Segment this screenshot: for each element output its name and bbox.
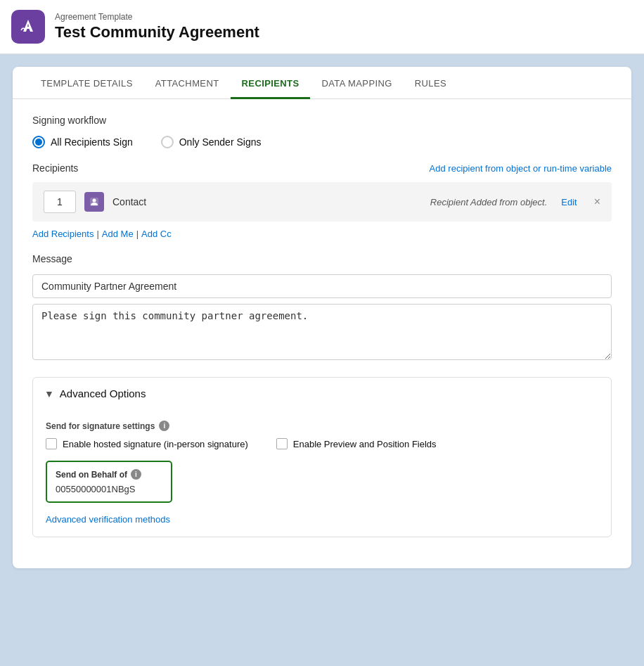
recipient-row: 1 Contact Recipient Added from object. E… bbox=[32, 182, 612, 222]
contact-svg-icon bbox=[89, 196, 100, 207]
hosted-signature-label: Enable hosted signature (in-person signa… bbox=[63, 439, 248, 449]
recipient-type: Contact bbox=[112, 196, 422, 207]
recipient-edit-link[interactable]: Edit bbox=[561, 197, 577, 207]
main-card: TEMPLATE DETAILS ATTACHMENT RECIPIENTS D… bbox=[13, 67, 631, 568]
recipients-section: Recipients Add recipient from object or … bbox=[32, 162, 612, 239]
advanced-verification-link[interactable]: Advanced verification methods bbox=[46, 514, 170, 525]
advanced-options-toggle[interactable]: ▼ Advanced Options bbox=[33, 378, 611, 409]
app-header: Agreement Template Test Community Agreem… bbox=[0, 0, 644, 54]
add-recipients-link[interactable]: Add Recipients bbox=[32, 229, 94, 239]
header-title: Test Community Agreement bbox=[55, 23, 259, 41]
tab-attachment[interactable]: ATTACHMENT bbox=[144, 67, 231, 99]
tab-rules[interactable]: RULES bbox=[404, 67, 458, 99]
add-cc-link[interactable]: Add Cc bbox=[141, 229, 172, 239]
preview-fields-label: Enable Preview and Position Fields bbox=[293, 439, 437, 449]
sep-1: | bbox=[96, 229, 98, 239]
header-subtitle: Agreement Template bbox=[55, 12, 259, 22]
recipient-links-row: Add Recipients | Add Me | Add Cc bbox=[32, 229, 612, 239]
signing-workflow-label: Signing workflow bbox=[32, 115, 612, 126]
header-text: Agreement Template Test Community Agreem… bbox=[55, 12, 259, 41]
only-sender-radio[interactable] bbox=[161, 136, 174, 148]
tab-recipients[interactable]: RECIPIENTS bbox=[231, 67, 311, 99]
hosted-signature-checkbox[interactable] bbox=[46, 438, 57, 449]
recipient-number: 1 bbox=[44, 191, 76, 213]
settings-info-icon: i bbox=[159, 421, 169, 431]
behalf-value: 00550000001NBgS bbox=[56, 484, 162, 494]
preview-fields-option[interactable]: Enable Preview and Position Fields bbox=[276, 438, 437, 449]
add-recipient-link[interactable]: Add recipient from object or run-time va… bbox=[430, 163, 612, 174]
recipient-added-text: Recipient Added from object. bbox=[430, 197, 547, 207]
message-section: Message Please sign this community partn… bbox=[32, 253, 612, 363]
message-body-textarea[interactable]: Please sign this community partner agree… bbox=[32, 304, 612, 360]
message-subject-input[interactable] bbox=[32, 274, 612, 298]
behalf-info-icon: i bbox=[131, 469, 141, 480]
all-recipients-radio[interactable] bbox=[32, 136, 45, 148]
recipient-contact-icon bbox=[84, 192, 104, 212]
recipients-header: Recipients Add recipient from object or … bbox=[32, 162, 612, 174]
adobe-sign-icon bbox=[18, 16, 39, 37]
only-sender-signs-option[interactable]: Only Sender Signs bbox=[161, 136, 262, 148]
preview-fields-checkbox[interactable] bbox=[276, 438, 288, 449]
tab-template-details[interactable]: TEMPLATE DETAILS bbox=[30, 67, 144, 99]
sep-2: | bbox=[136, 229, 139, 239]
checkboxes-row: Enable hosted signature (in-person signa… bbox=[46, 438, 598, 449]
svg-point-2 bbox=[93, 199, 96, 203]
behalf-label: Send on Behalf of i bbox=[56, 469, 162, 480]
all-recipients-label: All Recipients Sign bbox=[51, 136, 133, 148]
app-logo bbox=[11, 10, 45, 44]
hosted-signature-option[interactable]: Enable hosted signature (in-person signa… bbox=[46, 438, 248, 449]
tab-data-mapping[interactable]: DATA MAPPING bbox=[310, 67, 403, 99]
all-recipients-sign-option[interactable]: All Recipients Sign bbox=[32, 136, 133, 148]
advanced-options-section: ▼ Advanced Options Send for signature se… bbox=[32, 377, 612, 537]
signing-workflow-options: All Recipients Sign Only Sender Signs bbox=[32, 136, 612, 148]
settings-label: Send for signature settings i bbox=[46, 421, 598, 431]
add-me-link[interactable]: Add Me bbox=[102, 229, 134, 239]
recipient-close-button[interactable]: × bbox=[594, 196, 600, 208]
signing-workflow-section: Signing workflow All Recipients Sign Onl… bbox=[32, 115, 612, 148]
chevron-down-icon: ▼ bbox=[44, 388, 54, 399]
message-label: Message bbox=[32, 253, 612, 264]
recipients-label: Recipients bbox=[32, 162, 78, 174]
only-sender-label: Only Sender Signs bbox=[179, 136, 262, 148]
tab-bar: TEMPLATE DETAILS ATTACHMENT RECIPIENTS D… bbox=[13, 67, 631, 99]
advanced-options-label: Advanced Options bbox=[60, 388, 146, 399]
tab-content: Signing workflow All Recipients Sign Onl… bbox=[13, 99, 631, 537]
behalf-section: Send on Behalf of i 00550000001NBgS bbox=[46, 461, 172, 503]
advanced-options-body: Send for signature settings i Enable hos… bbox=[33, 409, 611, 537]
